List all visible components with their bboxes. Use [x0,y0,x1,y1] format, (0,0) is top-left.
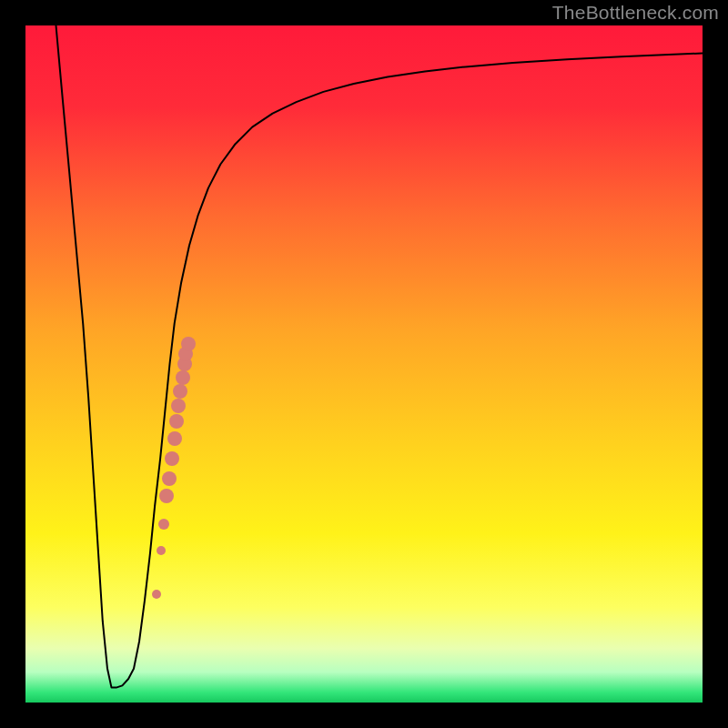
data-point [173,384,187,399]
data-point [162,471,177,486]
data-point [157,546,166,555]
data-point [165,451,179,466]
watermark-text: TheBottleneck.com [552,2,719,24]
chart-frame: TheBottleneck.com [0,0,728,728]
data-point [176,370,190,385]
data-point [181,337,196,351]
data-point [167,431,182,446]
data-point [152,590,161,599]
bottleneck-curve [25,25,703,703]
data-point [169,414,184,429]
plot-area [25,25,703,703]
data-point [158,519,169,530]
data-point [171,399,186,413]
data-point [159,489,174,503]
